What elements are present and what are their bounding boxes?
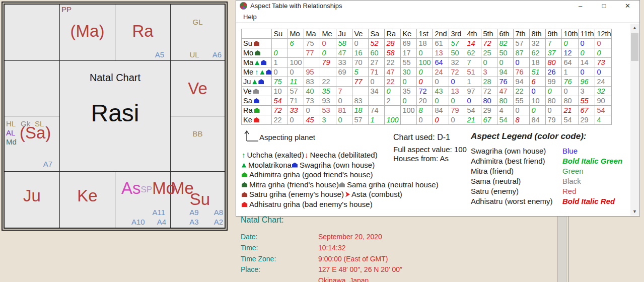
planet-name-label: Ve [243,87,252,95]
aspect-value-cell: 76 [562,77,579,87]
aspect-value-cell: 47 [385,67,401,77]
aspect-value-cell: 3 [481,67,497,77]
aspect-value-cell: 7 [546,39,562,48]
aspect-value-cell: 1 [369,115,385,125]
col-header-4th: 4th [465,29,481,39]
aspect-value-cell: 100 [385,115,401,125]
close-button[interactable]: ✕ [616,1,639,11]
scrollbar-thumb[interactable] [631,33,638,61]
aspect-value-cell: 3 [579,87,595,96]
aspect-value-cell: 28 [481,77,497,87]
aspect-value-cell: 7 [465,58,481,67]
aspect-value-cell: 0 [336,115,352,125]
debilitated-down-arrow-icon: ↓ [305,151,309,159]
aspect-value-cell: 16 [352,48,369,58]
aspect-value-cell: 20 [417,96,433,106]
aspect-value-cell: 13 [433,48,449,58]
planet-name-label: Ke [243,116,252,124]
timezone-label: Time Zone: [241,254,318,265]
aspecting-planet-arrow-icon [243,129,260,142]
aspect-color-sample: Blue [562,146,578,156]
aspect-value-cell: 29 [579,115,595,125]
aspect-color-label: Satru (enemy) [471,186,562,196]
background-window-scrollbar[interactable] [557,217,566,282]
aspect-value-cell [288,48,304,58]
aspect-value-cell: 95 [304,67,320,77]
aspect-value-cell: 0 [288,115,304,125]
aspect-value-cell: 52 [369,39,385,48]
maximize-button[interactable]: □ [592,1,616,11]
aspect-value-cell: 0 [465,96,481,106]
aspect-value-cell: 32 [449,58,465,67]
aspect-value-cell: 21 [465,115,481,125]
row-header-Me: Me↑ [242,67,272,77]
chart-cell-r2c1 [5,61,60,116]
ascendant-label: As [121,179,141,198]
minimize-button[interactable]: – [568,1,592,11]
aspect-value-cell: 53 [320,106,336,115]
aspect-value-cell [304,58,320,67]
aspect-value-cell: 18 [417,39,433,48]
aspect-value-cell: 57 [352,115,369,125]
aspect-value-cell: 0 [481,58,497,67]
aspect-value-cell: 8 [514,115,530,125]
aspect-value-cell: 0 [530,87,546,96]
row-header-Sa: Sa [242,96,272,106]
aspect-value-cell: 13 [449,87,465,96]
aspect-value-cell: 0 [417,115,433,125]
window-titlebar[interactable]: Aspect Table with Relationships – □ ✕ [236,1,639,11]
date-value: September 20, 2020 [318,232,382,243]
aspect-value-cell [272,39,288,48]
legend-text: Moolatrikona [248,161,292,169]
moolatrikona-triangle-icon [242,163,246,168]
aspect-value-cell: 54 [465,106,481,115]
mitra-house-icon [242,182,247,187]
chart-cell-r4c2: Ke [60,172,115,228]
natal-row-time: Time: 10:14:32 [241,243,402,254]
aspect-row-Su: Su675058052286918615714728257327000 [242,39,612,48]
aspect-value-cell: 0 [433,77,449,87]
natal-row-city: Okinawa, Japan [241,275,402,282]
aspect-value-cell: 12 [562,48,579,58]
aspect-value-cell: 72 [417,87,433,96]
aspect-value-cell: 72 [272,106,288,115]
chart-cell-r2c4: Ve [171,61,225,116]
scroll-down-icon[interactable]: ▼ [630,207,639,216]
app-icon [240,2,247,10]
aspect-value-cell: 71 [288,96,304,106]
sp-label: SP [141,185,153,195]
aspect-value-cell: 76 [514,67,530,77]
legend-text: Asta (combust) [351,190,402,198]
aspect-value-cell: 0 [417,67,433,77]
sama-house-icon [253,89,259,94]
aspect-value-cell: 33 [336,58,352,67]
col-header-1st: 1st [417,29,433,39]
aspect-value-cell: 17 [401,48,417,58]
moolatrikona-triangle-icon [255,60,259,65]
sama-house-icon [339,182,345,187]
bb-label: BB [171,129,225,138]
aspect-value-cell: 93 [320,96,336,106]
aspect-value-cell: 0 [579,67,595,77]
planet-saturn: (Sa) [20,123,51,143]
chart-cell-r3c4: BB [171,116,225,172]
aspect-color-row: Sama (neutral)Black [471,176,622,186]
aspect-value-cell: 0 [595,39,612,48]
aspect-value-cell: 14 [579,58,595,67]
place-label: Place: [241,264,318,275]
aspect-value-cell: 6 [288,39,304,48]
legend-text: Neecha (debilitated) [310,151,377,159]
window-scrollbar[interactable]: ▲ ▼ [630,24,639,216]
aspect-value-cell: 54 [497,115,514,125]
menu-help[interactable]: Help [241,12,259,22]
exalted-up-arrow-icon: ↑ [255,68,258,76]
aspect-value-cell: 97 [465,87,481,96]
aspect-color-row: Adhimitra (best friend)Bold Italic Green [471,156,622,166]
scroll-up-icon[interactable]: ▲ [630,24,639,32]
time-label: Time: [241,243,318,254]
chart-cell-r4c1: Ju [5,172,60,228]
corner-header-cell [242,29,272,39]
aspect-value-cell: 54 [562,115,579,125]
aspect-value-cell: 100 [288,58,304,67]
aspect-value-cell: 50 [449,48,465,58]
